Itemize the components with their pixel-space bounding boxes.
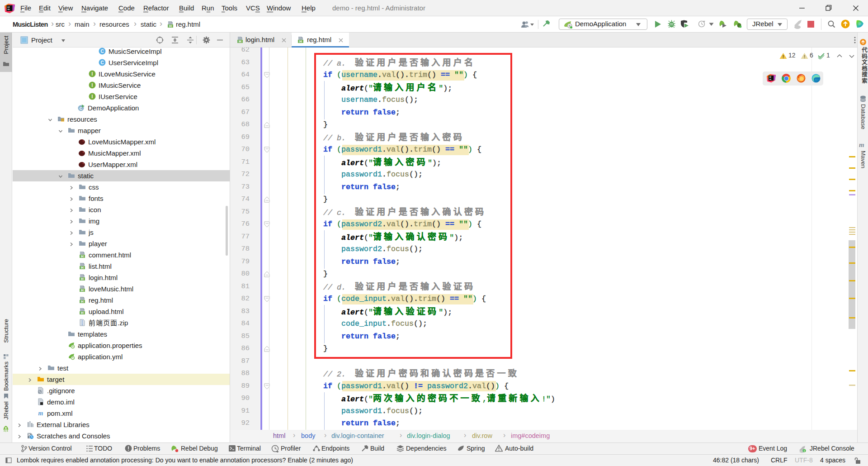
svg-text:i: i [804,449,805,452]
svg-text:H: H [81,300,83,304]
svg-text:H: H [81,311,83,315]
svg-text:C: C [100,60,104,65]
svg-text:H: H [81,288,83,292]
svg-text:H: H [81,266,83,270]
svg-text:H: H [299,39,302,43]
svg-text:IJ: IJ [769,76,771,78]
svg-text:H: H [239,39,241,43]
svg-text:C: C [100,49,104,54]
svg-text:I: I [92,94,93,99]
svg-text:H: H [81,254,83,258]
svg-text:I: I [92,83,93,88]
svg-text:H: H [169,24,171,28]
svg-text:I: I [92,71,93,76]
svg-text:IJ: IJ [8,6,10,9]
svg-text:H: H [81,277,83,281]
svg-text:m: m [38,410,43,417]
